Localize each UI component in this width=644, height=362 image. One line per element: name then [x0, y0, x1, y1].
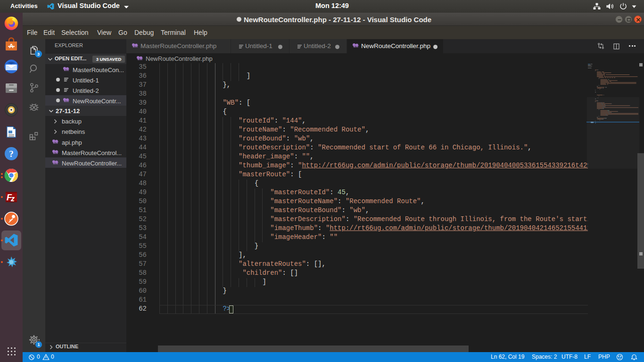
- svg-text:?: ?: [9, 149, 14, 159]
- svg-text:z: z: [10, 195, 15, 203]
